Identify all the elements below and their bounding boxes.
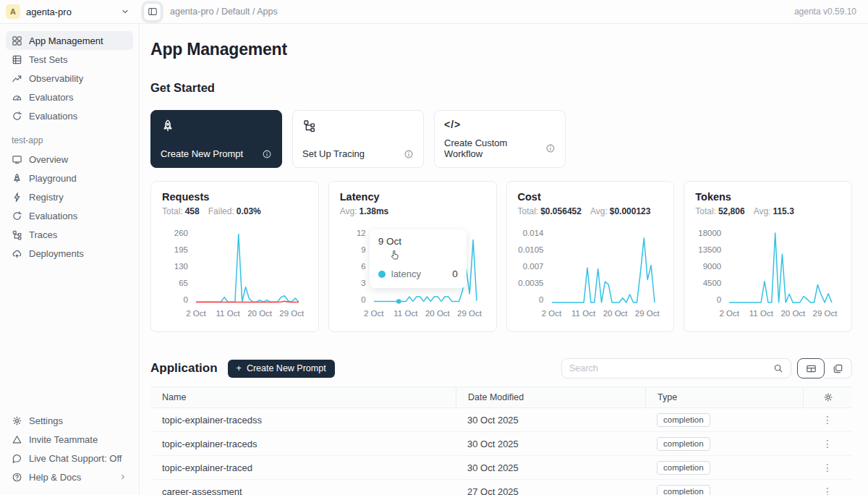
refresh-icon: [12, 211, 22, 221]
set-up-tracing-card[interactable]: Set Up Tracing: [292, 110, 424, 168]
table-row[interactable]: topic-explainer-traceds 30 Oct 2025 comp…: [150, 432, 852, 456]
table-row[interactable]: topic-explainer-traced 30 Oct 2025 compl…: [150, 456, 852, 480]
sidebar-item-app-management[interactable]: App Management: [6, 31, 133, 50]
card-label: Create New Prompt: [161, 148, 243, 159]
column-settings[interactable]: [803, 387, 852, 407]
sidebar-item-app-evaluations[interactable]: Evaluations: [6, 206, 133, 225]
row-menu-button[interactable]: ⋮: [818, 412, 837, 428]
card-view-button[interactable]: [825, 358, 852, 378]
workspace-name: agenta-pro: [26, 7, 72, 17]
tree-icon: [12, 229, 22, 240]
y-axis-tick: 130: [174, 262, 188, 271]
cost-chart[interactable]: 2 Oct11 Oct20 Oct29 Oct: [550, 227, 663, 304]
column-header-date-modified: Date Modified: [456, 387, 645, 407]
sidebar: App Management Test Sets Observability E…: [0, 24, 140, 495]
sidebar-toggle-button[interactable]: [143, 3, 161, 21]
stat-label: Failed:: [208, 206, 234, 216]
info-icon[interactable]: [404, 149, 414, 159]
tokens-chart[interactable]: 2 Oct11 Oct20 Oct29 Oct: [728, 227, 841, 304]
top-bar: A agenta-pro agenta-pro / Default / Apps…: [0, 0, 868, 24]
table-icon: [12, 54, 22, 65]
sidebar-item-label: Help & Docs: [29, 472, 81, 483]
sidebar-item-evaluations[interactable]: Evaluations: [6, 106, 133, 125]
tooltip-value: 0: [452, 268, 458, 279]
table-row[interactable]: career-assessment 27 Oct 2025 completion…: [150, 480, 852, 495]
sidebar-item-invite-teammate[interactable]: Invite Teammate: [6, 430, 133, 449]
type-badge: completion: [657, 461, 710, 475]
sidebar-item-live-chat[interactable]: Live Chat Support: Off: [6, 449, 133, 468]
chart-title: Latency: [340, 191, 485, 203]
sidebar-item-test-sets[interactable]: Test Sets: [6, 50, 133, 69]
sidebar-item-evaluators[interactable]: Evaluators: [6, 88, 133, 106]
sidebar-item-registry[interactable]: Registry: [6, 187, 133, 206]
app-date: 30 Oct 2025: [456, 462, 645, 473]
gauge-icon: [12, 92, 22, 103]
workspace-selector[interactable]: A agenta-pro: [6, 4, 139, 19]
breadcrumb[interactable]: agenta-pro / Default / Apps: [170, 7, 278, 17]
search-input[interactable]: [569, 363, 773, 373]
y-axis-tick: 0: [717, 295, 721, 304]
sidebar-section-label: test-app: [6, 135, 133, 145]
chevron-right-icon: [119, 473, 127, 481]
column-header-name: Name: [150, 387, 456, 407]
get-started-cards: Create New Prompt Set Up Tracing </> Cre…: [150, 110, 852, 168]
y-axis-tick: 0: [184, 295, 188, 304]
stat-value: 115.3: [773, 206, 793, 216]
panel-left-icon: [148, 7, 158, 17]
x-axis-tick: 11 Oct: [749, 309, 773, 318]
applications-table: Name Date Modified Type topic-explainer-…: [150, 386, 852, 495]
x-axis-tick: 29 Oct: [457, 309, 482, 318]
y-axis-ticks: 0.0140.01050.0070.00350: [518, 227, 544, 304]
grid-icon: [12, 35, 22, 46]
cost-chart-card: Cost Total:$0.056452 Avg:$0.000123 0.014…: [506, 181, 675, 332]
row-menu-button[interactable]: ⋮: [818, 483, 837, 495]
stat-value: $0.000123: [610, 206, 651, 216]
sidebar-item-settings[interactable]: Settings: [6, 411, 133, 430]
y-axis-tick: 6: [361, 262, 365, 271]
chart-line-icon: [12, 73, 22, 84]
chart-title: Tokens: [695, 191, 841, 203]
sidebar-item-overview[interactable]: Overview: [6, 150, 133, 169]
search-icon[interactable]: [773, 363, 783, 373]
stat-value: 1.38ms: [359, 206, 389, 216]
row-menu-button[interactable]: ⋮: [818, 460, 837, 475]
sidebar-item-traces[interactable]: Traces: [6, 225, 133, 244]
y-axis-tick: 13500: [698, 245, 721, 254]
sidebar-item-label: Registry: [29, 192, 64, 203]
x-axis-tick: 11 Oct: [393, 309, 417, 318]
sidebar-item-playground[interactable]: Playground: [6, 169, 133, 187]
table-view-button[interactable]: [797, 358, 825, 378]
create-new-prompt-button[interactable]: + Create New Prompt: [228, 360, 335, 378]
requests-chart[interactable]: 2 Oct11 Oct20 Oct29 Oct: [195, 227, 307, 304]
create-custom-workflow-card[interactable]: </> Create Custom Workflow: [434, 110, 566, 168]
requests-chart-card: Requests Total:458 Failed:0.03% 26019513…: [150, 181, 319, 332]
chart-title: Requests: [162, 191, 307, 203]
row-menu-button[interactable]: ⋮: [818, 436, 837, 452]
sidebar-item-observability[interactable]: Observability: [6, 69, 133, 88]
table-row[interactable]: topic-explainer-tracedss 30 Oct 2025 com…: [150, 408, 852, 432]
gear-icon: [12, 415, 22, 426]
workspace-avatar: A: [6, 4, 20, 19]
sidebar-item-help-docs[interactable]: Help & Docs: [6, 468, 133, 486]
info-icon[interactable]: [545, 143, 556, 153]
x-axis-tick: 20 Oct: [247, 309, 272, 318]
tree-icon: [302, 119, 414, 132]
button-label: Create New Prompt: [247, 363, 326, 373]
sidebar-item-label: Invite Teammate: [29, 434, 98, 445]
y-axis-tick: 4500: [703, 279, 722, 287]
chart-tooltip: 9 Oct latency 0: [370, 229, 467, 288]
stat-label: Avg:: [340, 206, 357, 216]
y-axis-tick: 0.0105: [518, 245, 543, 254]
sidebar-item-label: Overview: [29, 154, 68, 165]
app-name: topic-explainer-tracedss: [150, 415, 456, 426]
x-axis-tick: 29 Oct: [279, 309, 304, 318]
app-name: topic-explainer-traceds: [150, 439, 456, 449]
sidebar-item-deployments[interactable]: Deployments: [6, 244, 133, 263]
x-axis-tick: 11 Oct: [216, 309, 240, 318]
y-axis-ticks: 129630: [340, 227, 366, 304]
sidebar-item-label: Settings: [29, 415, 63, 426]
cursor-hand-icon: [388, 249, 401, 261]
create-new-prompt-card[interactable]: Create New Prompt: [150, 110, 282, 168]
info-icon[interactable]: [262, 149, 272, 159]
x-axis-tick: 11 Oct: [571, 309, 595, 318]
